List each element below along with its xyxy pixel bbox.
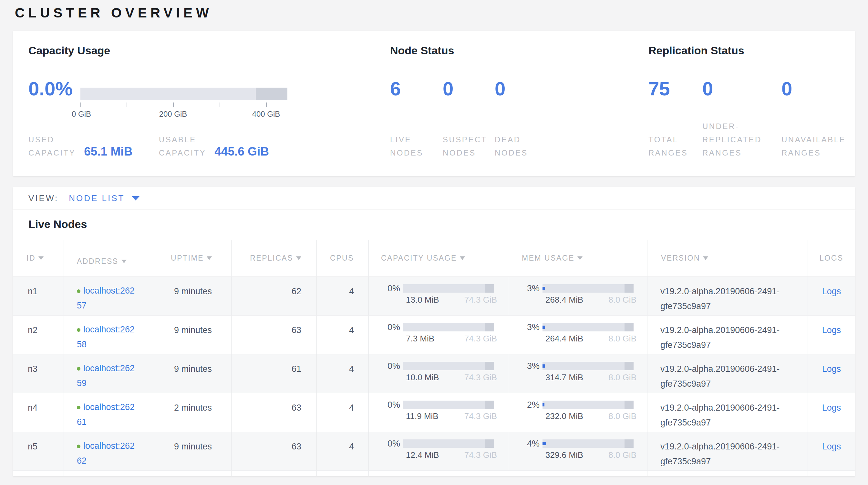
node-address-cell: localhost:26257 [64, 277, 155, 315]
column-header-version[interactable]: VERSION [647, 240, 808, 277]
view-dropdown[interactable]: NODE LIST [69, 193, 140, 203]
sort-arrow-icon [578, 256, 583, 260]
node-replicas-cell: 63 [231, 316, 317, 354]
node-capacity-usage-cell: 0% 12.4 MiB74.3 GiB [369, 432, 508, 470]
node-replicas-cell: 63 [231, 393, 317, 432]
replication-status-title: Replication Status [648, 44, 744, 57]
total-ranges-label: TOTAL RANGES [648, 133, 693, 160]
capacity-percent-value: 0.0% [28, 79, 73, 99]
dead-nodes-count: 0 [495, 79, 505, 99]
node-cpus-cell: 4 [317, 316, 369, 354]
capacity-usage-bar [403, 439, 494, 448]
unavailable-ranges-label: UNAVAILABLE RANGES [781, 133, 854, 160]
logs-link[interactable]: Logs [822, 403, 841, 412]
axis-tick [266, 103, 267, 107]
table-row: n2 localhost:26258 9 minutes 63 4 0% 7.3… [13, 315, 855, 354]
node-id-cell: n5 [13, 432, 64, 470]
node-cpus-cell: 4 [317, 393, 369, 432]
node-mem-usage-cell: 3% 314.7 MiB8.0 GiB [508, 354, 647, 393]
used-capacity-stat: USED CAPACITY 65.1 MiB [28, 133, 132, 160]
logs-link[interactable]: Logs [822, 442, 841, 451]
node-address-link[interactable]: localhost:26262 [77, 441, 135, 465]
used-capacity-label-line1: USED [28, 133, 75, 146]
view-dropdown-value: NODE LIST [69, 193, 125, 203]
under-replicated-ranges-label: UNDER-REPLICATED RANGES [702, 120, 762, 160]
node-address-cell: localhost:26259 [64, 354, 155, 393]
axis-tick [220, 103, 220, 107]
capacity-usage-bar [403, 362, 494, 370]
column-header-id[interactable]: ID [13, 240, 64, 277]
node-address-cell: localhost:26258 [64, 316, 155, 354]
node-replicas-cell: 61 [231, 354, 317, 393]
node-address-link[interactable]: localhost:26259 [77, 364, 135, 388]
node-logs-cell: Logs [808, 354, 855, 393]
axis-tick-label: 200 GiB [159, 110, 187, 119]
node-id-cell: n1 [13, 277, 64, 315]
capacity-usage-bar [403, 323, 494, 332]
suspect-nodes-label: SUSPECT NODES [443, 133, 494, 160]
node-cpus-cell: 4 [317, 277, 369, 315]
table-row: n5 localhost:26262 9 minutes 63 4 0% 12.… [13, 432, 855, 470]
node-logs-cell: Logs [808, 277, 855, 315]
column-header-cpus: CPUS [317, 240, 369, 277]
view-label: VIEW: [28, 193, 58, 203]
chevron-down-icon [132, 196, 140, 200]
mem-usage-bar [542, 284, 633, 293]
axis-tick [173, 103, 174, 107]
mem-usage-bar [542, 362, 633, 370]
column-header-logs: LOGS [808, 240, 855, 277]
node-logs-cell: Logs [808, 316, 855, 354]
node-address-link[interactable]: localhost:26258 [77, 325, 135, 349]
usable-capacity-value: 445.6 GiB [214, 145, 269, 160]
capacity-gauge-bar [81, 88, 287, 100]
sort-arrow-icon [296, 256, 301, 260]
node-version-cell: v19.2.0-alpha.20190606-2491-gfe735c9a97 [647, 432, 808, 470]
node-uptime-cell: 9 minutes [155, 316, 231, 354]
node-status-title: Node Status [390, 44, 454, 57]
axis-tick [127, 103, 127, 107]
table-row-partial [13, 470, 855, 476]
logs-link[interactable]: Logs [822, 325, 841, 335]
suspect-nodes-count: 0 [443, 79, 454, 99]
logs-link[interactable]: Logs [822, 364, 841, 374]
sort-arrow-icon [207, 256, 212, 260]
table-row: n1 localhost:26257 9 minutes 62 4 0% 13.… [13, 277, 855, 315]
column-header-mem-usage[interactable]: MEM USAGE [508, 240, 647, 277]
node-id-cell: n3 [13, 354, 64, 393]
node-replicas-cell: 62 [231, 277, 317, 315]
axis-tick [81, 103, 81, 107]
column-header-capacity-usage[interactable]: CAPACITY USAGE [369, 240, 508, 277]
logs-link[interactable]: Logs [822, 286, 841, 296]
mem-usage-bar [542, 439, 633, 448]
node-capacity-usage-cell: 0% 10.0 MiB74.3 GiB [369, 354, 508, 393]
node-address-cell: localhost:26262 [64, 432, 155, 470]
sort-arrow-icon [460, 256, 465, 260]
node-capacity-usage-cell: 0% 13.0 MiB74.3 GiB [369, 277, 508, 315]
column-header-replicas[interactable]: REPLICAS [231, 240, 317, 277]
page-title: CLUSTER OVERVIEW [15, 5, 213, 21]
live-nodes-card: Live Nodes ID ADDRESS UPTIME REPLICAS CP… [13, 210, 855, 476]
capacity-usage-bar [403, 401, 494, 409]
node-uptime-cell: 9 minutes [155, 277, 231, 315]
node-version-cell: v19.2.0-alpha.20190606-2491-gfe735c9a97 [647, 393, 808, 432]
capacity-gauge-tail [256, 88, 287, 100]
node-mem-usage-cell: 3% 264.4 MiB8.0 GiB [508, 316, 647, 354]
usable-capacity-label-line2: CAPACITY [159, 146, 206, 160]
live-status-dot-icon [77, 328, 81, 332]
capacity-usage-bar [403, 284, 494, 293]
unavailable-ranges-count: 0 [781, 79, 792, 99]
column-header-address[interactable]: ADDRESS [64, 240, 155, 277]
node-address-link[interactable]: localhost:26257 [77, 286, 135, 310]
node-replicas-cell: 63 [231, 432, 317, 470]
node-uptime-cell: 9 minutes [155, 432, 231, 470]
live-status-dot-icon [77, 289, 81, 293]
usable-capacity-stat: USABLE CAPACITY 445.6 GiB [159, 133, 269, 160]
node-mem-usage-cell: 2% 232.0 MiB8.0 GiB [508, 393, 647, 432]
node-logs-cell: Logs [808, 393, 855, 432]
capacity-usage-title: Capacity Usage [28, 44, 110, 57]
column-header-uptime[interactable]: UPTIME [155, 240, 231, 277]
mem-usage-bar [542, 323, 633, 332]
node-address-link[interactable]: localhost:26261 [77, 402, 135, 427]
node-mem-usage-cell: 3% 268.4 MiB8.0 GiB [508, 277, 647, 315]
used-capacity-label-line2: CAPACITY [28, 146, 75, 160]
